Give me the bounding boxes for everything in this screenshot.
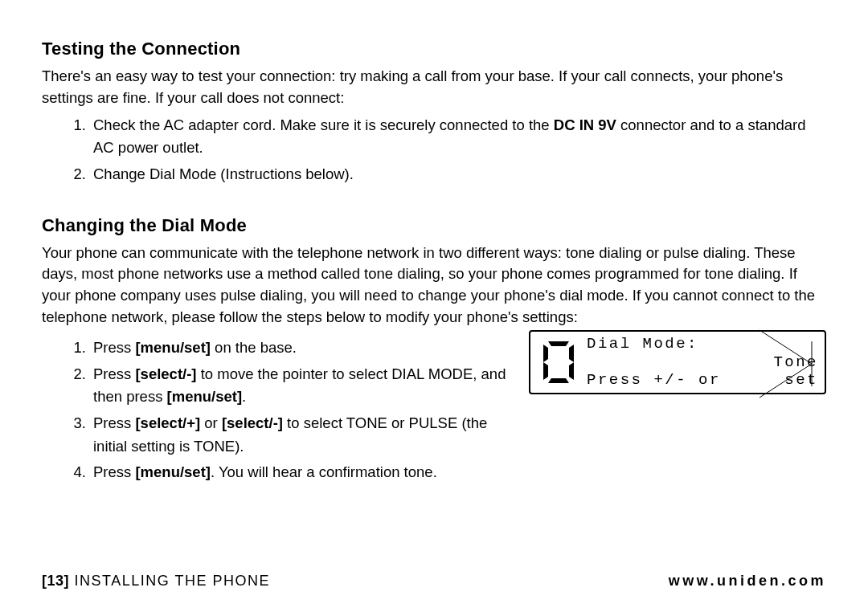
svg-marker-5 — [569, 362, 574, 380]
para-dialmode-intro: Your phone can communicate with the tele… — [42, 243, 826, 328]
svg-marker-3 — [543, 362, 548, 380]
step-bold: DC IN 9V — [554, 116, 616, 133]
heading-changing-dial-mode: Changing the Dial Mode — [42, 215, 826, 236]
step-text: . — [242, 388, 246, 405]
step-text: Press — [93, 414, 135, 431]
step-bold: [menu/set] — [135, 463, 211, 480]
step-bold: [select/-] — [135, 365, 196, 382]
step-text: Change Dial Mode (Instructions below). — [93, 165, 354, 182]
step-bold: [select/+] — [135, 414, 200, 431]
lcd-line-3: Press +/- or set — [587, 371, 818, 390]
step-bold: [menu/set] — [135, 339, 211, 356]
footer-left: [13] INSTALLING THE PHONE — [42, 573, 270, 590]
lcd-text-area: Dial Mode: Tone Press +/- or set — [587, 332, 825, 393]
svg-marker-1 — [548, 378, 569, 383]
svg-marker-0 — [548, 341, 569, 346]
step-text: Press — [93, 365, 135, 382]
list-dialmode-steps: Press [menu/set] on the base.Press [sele… — [42, 337, 514, 484]
list-item: Press [select/+] or [select/-] to select… — [90, 412, 514, 458]
steps-and-lcd-row: Press [menu/set] on the base.Press [sele… — [42, 333, 826, 488]
step-text: on the base. — [211, 339, 297, 356]
footer-url: www.uniden.com — [669, 573, 826, 590]
step-text: Press — [93, 463, 135, 480]
dialmode-steps-col: Press [menu/set] on the base.Press [sele… — [42, 333, 514, 488]
lcd-display: Dial Mode: Tone Press +/- or set — [529, 330, 826, 394]
lcd-line-2: Tone — [587, 353, 818, 372]
list-item: Check the AC adapter cord. Make sure it … — [90, 114, 826, 160]
step-text: . You will hear a confirmation tone. — [211, 463, 437, 480]
footer-page-number: [13] — [42, 573, 69, 589]
svg-marker-2 — [543, 345, 548, 362]
footer-chapter: INSTALLING THE PHONE — [69, 573, 270, 589]
manual-page: Testing the Connection There's an easy w… — [0, 0, 868, 612]
lcd-line-3-right: set — [784, 371, 818, 390]
list-item: Change Dial Mode (Instructions below). — [90, 163, 826, 186]
lcd-line-3-left: Press +/- or — [587, 371, 721, 390]
step-text: or — [200, 414, 222, 431]
list-testing-steps: Check the AC adapter cord. Make sure it … — [42, 114, 826, 186]
step-text: Press — [93, 339, 135, 356]
step-bold: [menu/set] — [167, 388, 243, 405]
lcd-line-1: Dial Mode: — [587, 335, 818, 353]
lcd-digit-area — [530, 332, 587, 393]
para-testing-intro: There's an easy way to test your connect… — [42, 66, 826, 109]
lcd-wrap: Dial Mode: Tone Press +/- or set — [529, 330, 826, 394]
page-footer: [13] INSTALLING THE PHONE www.uniden.com — [42, 573, 826, 590]
list-item: Press [menu/set]. You will hear a confir… — [90, 461, 514, 484]
svg-marker-4 — [569, 345, 574, 362]
step-text: Check the AC adapter cord. Make sure it … — [93, 116, 554, 133]
lcd-line-2-right: Tone — [773, 353, 818, 372]
heading-testing-connection: Testing the Connection — [42, 39, 826, 59]
seven-segment-zero-icon — [543, 341, 574, 383]
step-bold: [select/-] — [222, 414, 283, 431]
list-item: Press [select/-] to move the pointer to … — [90, 363, 514, 409]
list-item: Press [menu/set] on the base. — [90, 337, 514, 360]
